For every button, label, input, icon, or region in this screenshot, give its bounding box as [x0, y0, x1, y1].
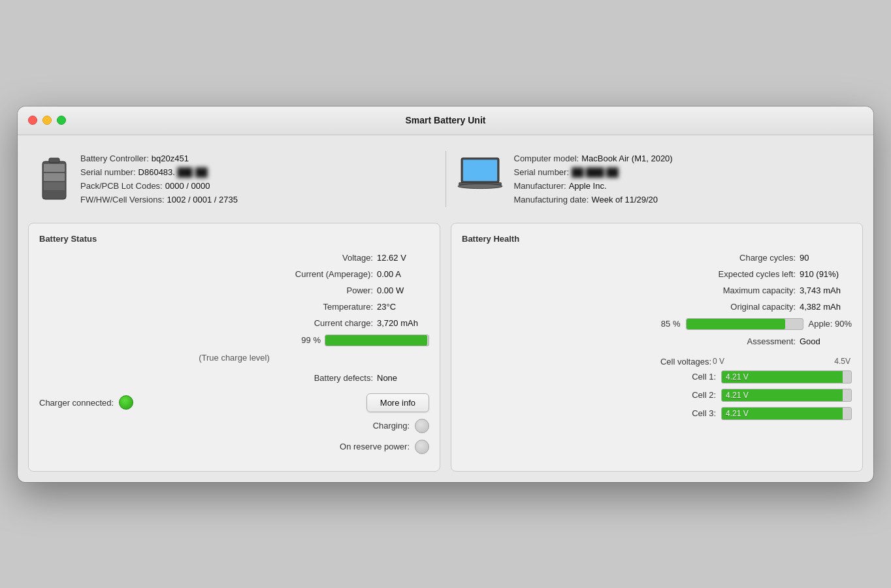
laptop-icon	[457, 156, 504, 193]
max-capacity-label: Maximum capacity:	[723, 286, 796, 295]
battery-info-grid: Battery Controller: bq20z451 Serial numb…	[80, 154, 435, 204]
more-info-button[interactable]: More info	[366, 393, 429, 412]
current-charge-label: Current charge:	[314, 318, 373, 328]
expected-cycles-label: Expected cycles left:	[719, 269, 796, 279]
close-button[interactable]	[28, 116, 37, 125]
current-value: 0.00 A	[377, 269, 429, 279]
defects-label: Battery defects:	[314, 373, 373, 383]
computer-model-label: Computer model:	[514, 154, 579, 163]
battery-status-panel: Battery Status Voltage: 12.62 V Current …	[28, 223, 440, 472]
computer-serial-value: ██ ███ ██	[572, 167, 619, 177]
cell3-label: Cell 3:	[692, 408, 716, 418]
charger-connected-indicator	[119, 395, 133, 410]
assessment-value: Good	[800, 336, 852, 346]
charge-progress-bar	[325, 335, 429, 346]
battery-controller-row: Battery Controller: bq20z451	[80, 154, 435, 163]
battery-lot-row: Pack/PCB Lot Codes: 0000 / 0000	[80, 181, 435, 191]
cell-voltages-label: Cell voltages:	[633, 357, 711, 367]
computer-mfg-date-value: Week of 11/29/20	[591, 195, 658, 204]
battery-health-panel: Battery Health Charge cycles: 90 Expecte…	[451, 223, 863, 472]
current-row: Current (Amperage): 0.00 A	[39, 269, 429, 279]
battery-status-title: Battery Status	[39, 234, 429, 244]
svg-rect-4	[44, 182, 65, 190]
battery-fw-label: FW/HW/Cell Versions:	[80, 195, 165, 204]
temperature-label: Temperature:	[323, 302, 373, 312]
cell2-row: Cell 2: 4.21 V	[462, 389, 852, 402]
temperature-row: Temperature: 23°C	[39, 302, 429, 312]
charge-cycles-value: 90	[800, 253, 852, 263]
battery-fw-row: FW/HW/Cell Versions: 1002 / 0001 / 2735	[80, 195, 435, 204]
computer-model-row: Computer model: MacBook Air (M1, 2020)	[514, 154, 853, 163]
cell3-bar: 4.21 V	[721, 407, 852, 420]
svg-rect-7	[462, 159, 496, 180]
cell3-fill: 4.21 V	[722, 408, 843, 419]
voltage-label: Voltage:	[342, 253, 373, 263]
voltage-range-values: 0 V 4.5V	[711, 357, 852, 366]
computer-manufacturer-label: Manufacturer:	[514, 181, 566, 191]
expected-cycles-row: Expected cycles left: 910 (91%)	[462, 269, 852, 279]
battery-info-panel: Battery Controller: bq20z451 Serial numb…	[28, 146, 446, 212]
minimize-button[interactable]	[42, 116, 52, 125]
cell1-label: Cell 1:	[692, 372, 716, 382]
original-capacity-row: Original capacity: 4,382 mAh	[462, 302, 852, 312]
max-capacity-value: 3,743 mAh	[800, 286, 852, 295]
power-value: 0.00 W	[377, 286, 429, 295]
health-progress-fill	[687, 319, 785, 329]
titlebar: Smart Battery Unit	[18, 106, 873, 135]
svg-rect-1	[49, 158, 59, 163]
computer-serial-label: Serial number:	[514, 167, 570, 177]
maximize-button[interactable]	[57, 116, 66, 125]
charger-connected-label: Charger connected:	[39, 398, 114, 408]
svg-rect-2	[44, 164, 65, 172]
reserve-power-row: On reserve power:	[39, 440, 429, 454]
max-capacity-row: Maximum capacity: 3,743 mAh	[462, 286, 852, 295]
true-charge-note: (True charge level)	[39, 353, 429, 363]
cell3-value: 4.21 V	[726, 409, 749, 418]
charge-pct-label: 99 %	[298, 335, 321, 345]
battery-serial-label: Serial number:	[80, 167, 136, 177]
battery-lot-label: Pack/PCB Lot Codes:	[80, 181, 163, 191]
computer-info-grid: Computer model: MacBook Air (M1, 2020) S…	[514, 154, 853, 204]
main-section: Battery Status Voltage: 12.62 V Current …	[28, 223, 863, 472]
reserve-power-label: On reserve power:	[340, 442, 410, 451]
health-pct-label: 85 %	[661, 319, 681, 329]
original-capacity-value: 4,382 mAh	[800, 302, 852, 312]
laptop-icon-container	[457, 154, 504, 193]
charge-cycles-label: Charge cycles:	[739, 253, 796, 263]
cell1-bar: 4.21 V	[721, 370, 852, 384]
battery-serial-row: Serial number: D860483. ██▌██	[80, 167, 435, 177]
battery-serial-value: D860483. ██▌██	[138, 167, 208, 177]
voltage-min: 0 V	[713, 357, 724, 366]
computer-mfg-date-row: Manufacturing date: Week of 11/29/20	[514, 195, 853, 204]
cell2-label: Cell 2:	[692, 390, 716, 400]
svg-point-9	[457, 184, 502, 188]
cell2-value: 4.21 V	[726, 391, 749, 400]
expected-cycles-value: 910 (91%)	[800, 269, 852, 279]
health-progress-bar	[686, 318, 803, 330]
computer-serial-row: Serial number: ██ ███ ██	[514, 167, 853, 177]
reserve-power-indicator	[415, 440, 429, 454]
charge-progress-fill	[325, 335, 427, 346]
defects-row: Battery defects: None	[39, 373, 429, 383]
apple-pct-label: Apple: 90%	[809, 319, 852, 329]
power-label: Power:	[347, 286, 373, 295]
computer-manufacturer-value: Apple Inc.	[569, 181, 607, 191]
battery-controller-label: Battery Controller:	[80, 154, 149, 163]
computer-info-panel: Computer model: MacBook Air (M1, 2020) S…	[446, 146, 864, 212]
charging-row: Charging:	[39, 419, 429, 433]
svg-rect-5	[44, 191, 65, 198]
computer-mfg-date-label: Manufacturing date:	[514, 195, 589, 204]
cell3-row: Cell 3: 4.21 V	[462, 407, 852, 420]
charging-label: Charging:	[373, 421, 410, 431]
voltage-range-row: Cell voltages: 0 V 4.5V	[462, 357, 852, 367]
battery-fw-value: 1002 / 0001 / 2735	[167, 195, 238, 204]
cell2-fill: 4.21 V	[722, 389, 843, 401]
battery-health-title: Battery Health	[462, 234, 852, 244]
current-charge-value: 3,720 mAh	[377, 318, 429, 328]
current-label: Current (Amperage):	[295, 269, 373, 279]
svg-rect-3	[44, 173, 65, 181]
battery-icon	[39, 156, 70, 203]
computer-model-value: MacBook Air (M1, 2020)	[581, 154, 672, 163]
voltage-max: 4.5V	[834, 357, 850, 366]
battery-lot-value: 0000 / 0000	[165, 181, 210, 191]
